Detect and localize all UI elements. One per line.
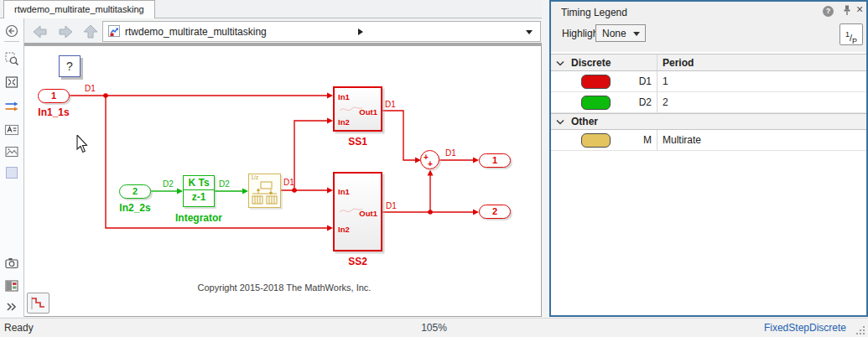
pin-icon[interactable] [842, 4, 852, 17]
screenshot-icon[interactable] [3, 255, 20, 272]
compare-icon[interactable] [3, 277, 20, 294]
annotation-icon[interactable] [3, 122, 20, 138]
inverse-period-button[interactable]: 1/P [839, 23, 863, 45]
highlight-dropdown[interactable]: None [595, 24, 646, 42]
timing-legend-toggle-button[interactable] [27, 293, 49, 314]
period-column-header: Period [663, 57, 694, 69]
zoom-region-icon[interactable] [3, 50, 20, 67]
integrator-block[interactable]: K Ts z-1 [183, 175, 215, 207]
ss2-port-in2: In2 [338, 225, 350, 234]
palette-separator [4, 41, 19, 42]
group-row-discrete[interactable]: Discrete Period [551, 54, 866, 71]
integrator-label: Integrator [159, 212, 239, 224]
simulink-editor-window: rtwdemo_multirate_multitasking [0, 0, 868, 337]
inport-block-1[interactable]: 1 [38, 89, 70, 103]
sum-plus-sign: + [428, 161, 433, 168]
legend-row-d2[interactable]: D2 2 [551, 92, 866, 113]
back-button[interactable] [30, 23, 50, 40]
rate-id: D1 [601, 75, 652, 87]
status-bar: Ready 105% FixedStepDiscrete [0, 318, 868, 337]
highlight-value: None [602, 28, 626, 39]
subsystem-watermark-icon [339, 205, 364, 215]
wire-label-d2: D2 [163, 179, 174, 189]
wire-label-d2: D2 [219, 179, 230, 189]
breadcrumb-model-name: rtwdemo_multirate_multitasking [125, 26, 267, 38]
chevron-down-icon [633, 32, 640, 36]
subsystem-ss2[interactable]: In1 In2 Out1 [333, 172, 382, 251]
model-info-glyph: ? [66, 60, 73, 73]
rate-id: M [601, 134, 652, 146]
model-tab[interactable]: rtwdemo_multirate_multitasking [3, 0, 155, 18]
collapse-chevron-icon[interactable] [556, 60, 564, 66]
inport1-label: In1_1s [29, 106, 78, 118]
copyright-annotation: Copyright 2015-2018 The MathWorks, Inc. [150, 283, 418, 293]
tab-strip: rtwdemo_multirate_multitasking [0, 0, 542, 18]
ss2-port-in1: In1 [338, 187, 350, 196]
group-row-other[interactable]: Other [551, 113, 866, 130]
wire-label-d1: D1 [85, 84, 96, 93]
collapse-chevron-icon[interactable] [556, 119, 564, 125]
resize-grip[interactable] [855, 325, 865, 335]
subsystem-ss1[interactable]: In1 In2 Out1 [333, 86, 382, 132]
panel-title: Timing Legend [561, 7, 627, 18]
wire-label-d1: D1 [385, 100, 396, 109]
group-name: Discrete [571, 57, 611, 69]
rate-period: 1 [663, 75, 668, 87]
expand-palette-icon[interactable] [3, 298, 20, 315]
model-tab-label: rtwdemo_multirate_multitasking [14, 4, 144, 14]
help-icon[interactable]: ? [823, 6, 834, 17]
rate-transition-icon [249, 174, 279, 206]
inport2-label: In2_2s [110, 202, 160, 214]
model-canvas[interactable]: ? 1 In1_1s D1 2 In2_2s D2 K Ts z-1 Integ… [24, 46, 542, 317]
area-icon[interactable] [3, 164, 20, 181]
wire-label-d1: D1 [445, 148, 456, 158]
ss1-port-in2: In2 [338, 117, 350, 127]
breadcrumb-dropdown-icon[interactable] [526, 30, 533, 34]
forward-button[interactable] [55, 23, 75, 40]
model-file-icon [108, 25, 120, 37]
sum-block[interactable]: + + [420, 150, 439, 169]
inport-block-2[interactable]: 2 [119, 184, 151, 199]
subsystem-watermark-icon [339, 104, 364, 114]
fit-view-icon[interactable] [3, 74, 20, 91]
breadcrumb-expand-icon[interactable] [358, 29, 363, 35]
mouse-cursor [76, 135, 90, 155]
outport-block-1[interactable]: 1 [479, 153, 511, 168]
rate-id: D2 [601, 96, 652, 108]
wire-label-d1: D1 [386, 201, 397, 210]
solver-name[interactable]: FixedStepDiscrete [764, 322, 846, 334]
zoom-level: 105% [0, 322, 868, 334]
wire-label-d1: D1 [283, 178, 294, 187]
legend-row-m[interactable]: M Multirate [551, 130, 866, 151]
rate-period: 2 [663, 96, 668, 108]
rate-transition-block[interactable]: 1/z [248, 174, 281, 208]
up-to-parent-button[interactable] [81, 23, 101, 40]
group-name: Other [571, 116, 598, 127]
image-icon[interactable] [3, 143, 20, 160]
rate-period: Multirate [663, 134, 701, 146]
model-info-block[interactable]: ? [59, 55, 81, 77]
tool-palette [0, 18, 24, 317]
timing-legend-icon [28, 293, 49, 313]
outport-block-2[interactable]: 2 [479, 205, 511, 219]
legend-row-d1[interactable]: D1 1 [551, 71, 866, 92]
ss1-label: SS1 [333, 136, 382, 148]
timing-legend-panel: Timing Legend ? × Highlight None 1/P Dis… [549, 0, 868, 317]
hide-browser-icon[interactable] [3, 23, 20, 39]
ss2-label: SS2 [333, 256, 382, 267]
close-icon[interactable]: × [854, 3, 865, 16]
breadcrumb[interactable]: rtwdemo_multirate_multitasking [102, 21, 541, 42]
signal-highlight-icon[interactable] [3, 98, 20, 115]
ss1-port-in1: In1 [338, 92, 350, 101]
